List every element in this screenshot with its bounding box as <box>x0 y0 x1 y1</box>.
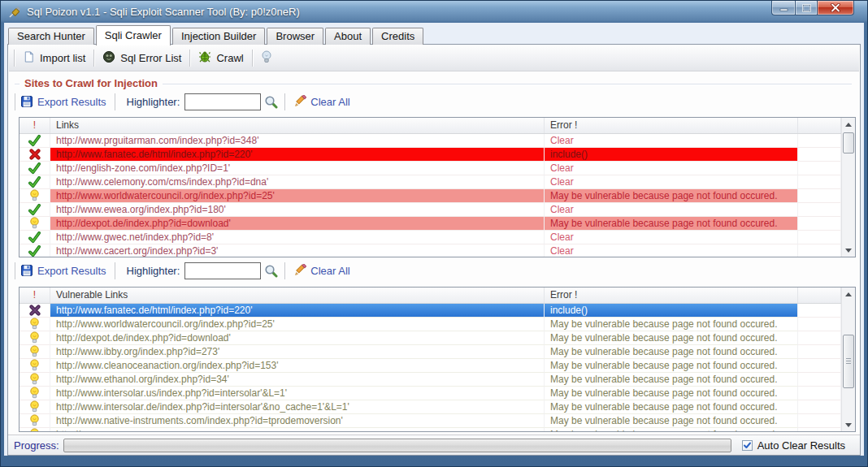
table-row[interactable]: http://english-zone.com/index.php?ID=1'C… <box>20 162 841 175</box>
scroll-up-button[interactable] <box>842 288 855 301</box>
export-results-button[interactable]: Export Results <box>37 265 106 277</box>
table-row[interactable]: http://www.native-instruments.com/index.… <box>20 414 841 428</box>
error-cell[interactable]: Clear <box>545 231 798 244</box>
link-cell[interactable]: http://www.ewea.org/index.php?id=180' <box>50 203 545 217</box>
table-row[interactable]: http://www.cleanoceanaction.org/index.ph… <box>20 359 841 373</box>
vertical-scrollbar[interactable] <box>841 118 855 257</box>
column-header-error[interactable]: Error ! <box>545 118 798 133</box>
table-row[interactable]: http://www.intersolar.de/index.php?id=in… <box>20 400 841 414</box>
maximize-button[interactable] <box>795 1 818 15</box>
error-cell[interactable]: May be vulnerable because page not found… <box>545 189 798 203</box>
error-cell[interactable]: Clear <box>545 203 798 217</box>
error-cell[interactable]: Clear <box>545 175 798 189</box>
error-cell[interactable]: May be vulnerable because page not found… <box>545 217 798 231</box>
link-cell[interactable]: http://www.gwec.net/index.php?id=8' <box>50 231 545 244</box>
link-cell[interactable]: http://www.fanatec.de/html/index.php?id=… <box>50 148 545 162</box>
table-row[interactable]: http://www.prguitarman.com/index.php?id=… <box>20 134 841 148</box>
scrollbar-thumb[interactable] <box>843 132 854 154</box>
link-cell[interactable]: http://www. <box>50 428 545 431</box>
error-cell[interactable]: May be vulnerable because page not found… <box>545 318 798 331</box>
error-cell[interactable]: Clear <box>545 244 798 257</box>
scroll-up-button[interactable] <box>842 118 855 131</box>
tab-browser[interactable]: Browser <box>267 28 323 45</box>
tab-search-hunter[interactable]: Search Hunter <box>8 28 94 45</box>
error-cell[interactable]: May be vulnerable because page not found… <box>545 359 798 373</box>
auto-clear-checkbox[interactable] <box>742 440 753 451</box>
error-cell[interactable]: Clear <box>545 162 798 175</box>
error-cell[interactable]: May be vulnerable because page not found… <box>545 345 798 359</box>
error-cell[interactable]: May be vulnerable because page not found… <box>545 414 798 428</box>
link-cell[interactable]: http://www.fanatec.de/html/index.php?id=… <box>50 304 545 318</box>
error-cell[interactable]: May be vulnerable because page not found… <box>545 428 798 431</box>
vertical-scrollbar[interactable] <box>841 288 855 431</box>
column-header-error[interactable]: Error ! <box>545 288 798 303</box>
table-row[interactable]: http://www.ethanol.org/index.php?id=34'M… <box>20 373 841 387</box>
link-cell[interactable]: http://english-zone.com/index.php?ID=1' <box>50 162 545 175</box>
check-icon <box>28 135 41 147</box>
link-cell[interactable]: http://www.worldwatercouncil.org/index.p… <box>50 189 545 203</box>
link-cell[interactable]: http://www.native-instruments.com/index.… <box>50 414 545 428</box>
export-results-button[interactable]: Export Results <box>37 96 106 108</box>
bulb-icon <box>29 359 40 372</box>
table-row[interactable]: http://www.worldwatercouncil.org/index.p… <box>20 189 841 203</box>
link-cell[interactable]: http://www.worldwatercouncil.org/index.p… <box>50 318 545 331</box>
crawl-button[interactable]: Crawl <box>192 49 250 68</box>
table-row[interactable]: http://dexpot.de/index.php?id=download'M… <box>20 331 841 345</box>
link-cell[interactable]: http://www.celemony.com/cms/index.php?id… <box>50 175 545 189</box>
highlighter-input[interactable] <box>184 262 261 279</box>
scrollbar-thumb[interactable] <box>843 335 854 388</box>
link-cell[interactable]: http://dexpot.de/index.php?id=download' <box>50 331 545 345</box>
tab-credits[interactable]: Credits <box>372 28 423 45</box>
table-row[interactable]: http://www.intersolar.us/index.php?id=in… <box>20 387 841 400</box>
tab-about[interactable]: About <box>325 28 371 45</box>
link-cell[interactable]: http://www.prguitarman.com/index.php?id=… <box>50 134 545 148</box>
close-button[interactable] <box>818 1 854 15</box>
column-header-flag[interactable]: ! <box>20 118 50 133</box>
error-cell[interactable]: May be vulnerable because page not found… <box>545 373 798 387</box>
table-row[interactable]: http://www.fanatec.de/html/index.php?id=… <box>20 148 841 162</box>
link-cell[interactable]: http://www.intersolar.de/index.php?id=in… <box>50 400 545 414</box>
hint-lightbulb-button[interactable] <box>254 49 279 68</box>
progress-label: Progress: <box>14 439 59 452</box>
empty-cell <box>798 203 841 217</box>
clear-all-button[interactable]: Clear All <box>310 96 349 108</box>
table-row[interactable]: http://www.fanatec.de/html/index.php?id=… <box>20 304 841 318</box>
clear-all-button[interactable]: Clear All <box>310 265 349 277</box>
title-bar[interactable]: Sql Poizon v1.1 - Sqli Exploit Scanner T… <box>1 1 867 23</box>
link-cell[interactable]: http://www.cacert.org/index.php?id=3' <box>50 244 545 257</box>
scroll-down-button[interactable] <box>842 418 855 431</box>
minimize-button[interactable] <box>771 1 795 15</box>
table-row[interactable]: http://www.ibby.org/index.php?id=273'May… <box>20 345 841 359</box>
table-row[interactable]: http://www.May be vulnerable because pag… <box>20 428 841 431</box>
link-cell[interactable]: http://www.intersolar.us/index.php?id=in… <box>50 387 545 400</box>
table-row[interactable]: http://www.gwec.net/index.php?id=8'Clear <box>20 231 841 244</box>
tab-sqli-crawler[interactable]: Sqli Crawler <box>96 25 171 45</box>
link-cell[interactable]: http://www.cleanoceanaction.org/index.ph… <box>50 359 545 373</box>
sql-error-list-button[interactable]: Sql Error List <box>96 49 188 68</box>
error-cell[interactable]: May be vulnerable because page not found… <box>545 387 798 400</box>
magnifier-icon[interactable] <box>264 95 278 109</box>
magnifier-icon[interactable] <box>264 264 278 278</box>
table-row[interactable]: http://www.celemony.com/cms/index.php?id… <box>20 175 841 189</box>
bulb-icon <box>29 331 40 344</box>
error-cell[interactable]: Clear <box>545 134 798 148</box>
link-cell[interactable]: http://dexpot.de/index.php?id=download' <box>50 217 545 231</box>
link-cell[interactable]: http://www.ethanol.org/index.php?id=34' <box>50 373 545 387</box>
link-cell[interactable]: http://www.ibby.org/index.php?id=273' <box>50 345 545 359</box>
table-row[interactable]: http://dexpot.de/index.php?id=download'M… <box>20 217 841 231</box>
error-cell[interactable]: May be vulnerable because page not found… <box>545 400 798 414</box>
highlighter-input[interactable] <box>184 93 261 110</box>
table-row[interactable]: http://www.cacert.org/index.php?id=3'Cle… <box>20 244 841 257</box>
error-cell[interactable]: include() <box>545 304 798 318</box>
import-list-button[interactable]: Import list <box>16 49 92 68</box>
column-header-links[interactable]: Vulnerable Links <box>50 288 545 303</box>
scroll-down-button[interactable] <box>842 244 855 257</box>
error-cell[interactable]: May be vulnerable because page not found… <box>545 331 798 345</box>
column-header-flag[interactable]: ! <box>20 288 50 303</box>
table-row[interactable]: http://www.worldwatercouncil.org/index.p… <box>20 318 841 331</box>
empty-cell <box>798 318 841 331</box>
tab-injection-builder[interactable]: Injection Builder <box>172 28 266 45</box>
table-row[interactable]: http://www.ewea.org/index.php?id=180'Cle… <box>20 203 841 217</box>
column-header-links[interactable]: Links <box>50 118 545 133</box>
error-cell[interactable]: include() <box>545 148 798 162</box>
